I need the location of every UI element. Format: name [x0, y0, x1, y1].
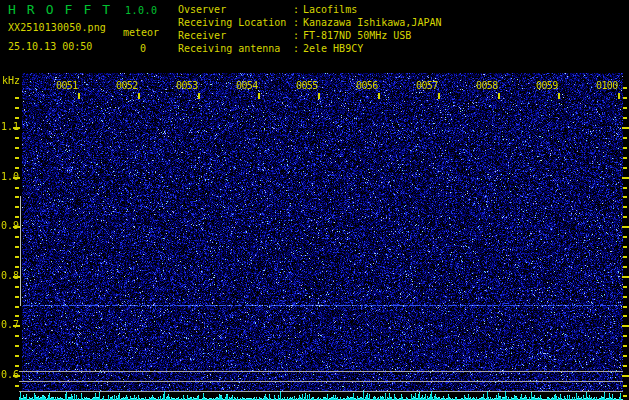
station-info: Ovserver:LacofilmsReceiving Location:Kan…	[178, 3, 441, 55]
time-tick-label: 0057	[416, 80, 438, 91]
output-filename: XX2510130050.png	[8, 22, 106, 33]
freq-tick-label: 0.6	[1, 369, 19, 380]
freq-tick-label: 1.0	[1, 171, 19, 182]
time-tick-label: 0059	[536, 80, 558, 91]
freq-tick-label: 0.8	[1, 270, 19, 281]
station-info-row: Ovserver:Lacofilms	[178, 3, 441, 16]
spectrogram-canvas	[0, 70, 629, 400]
station-info-label: Receiver	[178, 29, 293, 42]
station-info-label: Receiving antenna	[178, 42, 293, 55]
app-title: H R O F F T	[8, 3, 112, 16]
mode-label: meteor	[123, 27, 159, 38]
time-tick-label: 0054	[236, 80, 258, 91]
station-info-colon: :	[293, 29, 303, 42]
station-info-colon: :	[293, 16, 303, 29]
station-info-colon: :	[293, 3, 303, 16]
freq-tick-label: 1.1	[1, 121, 19, 132]
freq-tick-label: 0.7	[1, 319, 19, 330]
station-info-label: Ovserver	[178, 3, 293, 16]
time-tick-label: 0055	[296, 80, 318, 91]
time-tick-label: 0058	[476, 80, 498, 91]
station-info-row: Receiving Location:Kanazawa Ishikawa,JAP…	[178, 16, 441, 29]
freq-tick-label: 0.9	[1, 220, 19, 231]
hrofft-window: H R O F F T 1.0.0 XX2510130050.png meteo…	[0, 0, 629, 400]
meteor-count: 0	[140, 43, 146, 54]
datetime-label: 25.10.13 00:50	[8, 41, 92, 52]
time-tick-label: 0053	[176, 80, 198, 91]
station-info-value: Kanazawa Ishikawa,JAPAN	[303, 16, 441, 29]
station-info-value: 2ele HB9CY	[303, 42, 363, 55]
station-info-row: Receiver:FT-817ND 50MHz USB	[178, 29, 441, 42]
app-version: 1.0.0	[125, 5, 158, 16]
time-tick-label: 0100	[596, 80, 618, 91]
station-info-value: Lacofilms	[303, 3, 357, 16]
station-info-value: FT-817ND 50MHz USB	[303, 29, 411, 42]
time-tick-label: 0056	[356, 80, 378, 91]
station-info-label: Receiving Location	[178, 16, 293, 29]
station-info-row: Receiving antenna:2ele HB9CY	[178, 42, 441, 55]
station-info-colon: :	[293, 42, 303, 55]
freq-axis-unit: kHz	[2, 75, 20, 86]
time-tick-label: 0052	[116, 80, 138, 91]
time-tick-label: 0051	[56, 80, 78, 91]
